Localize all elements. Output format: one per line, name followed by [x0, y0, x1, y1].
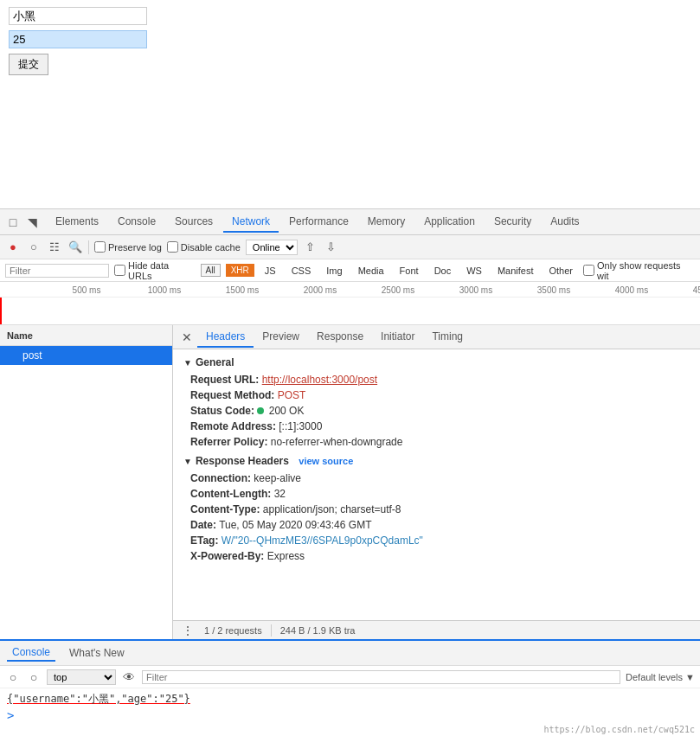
tl-1: 500 ms [48, 285, 125, 295]
referrer-policy-label: Referrer Policy: [190, 436, 267, 448]
devtools-tab-bar: □ ◥ Elements Console Sources Network Per… [0, 209, 700, 235]
request-url-value[interactable]: http://localhost:3000/post [262, 374, 377, 386]
import-icon[interactable]: ⇧ [303, 240, 318, 255]
preserve-log-label[interactable]: Preserve log [94, 241, 162, 253]
console-tab[interactable]: Console [7, 644, 55, 662]
only-show-checkbox[interactable] [583, 265, 594, 276]
console-line: {"username":"小黑","age":"25"} [7, 692, 693, 707]
filter-img-btn[interactable]: Img [321, 264, 347, 278]
content-length-row: Content-Length: 32 [183, 488, 690, 500]
tab-sources[interactable]: Sources [166, 212, 222, 233]
general-section-title: General [183, 356, 690, 368]
console-output: {"username":"小黑","age":"25"} > https://b… [0, 688, 700, 736]
request-method-value: POST [278, 389, 306, 401]
tab-elements[interactable]: Elements [47, 212, 107, 233]
timeline-bar [0, 298, 700, 324]
date-label: Date: [190, 519, 216, 531]
filter-doc-btn[interactable]: Doc [429, 264, 457, 278]
inspect-icon[interactable]: □ [5, 214, 21, 230]
headers-content: General Request URL: http://localhost:30… [173, 349, 700, 620]
etag-value: W/"20--QHmzME3//6SPAL9p0xpCQdamLc" [222, 534, 423, 547]
tab-memory[interactable]: Memory [359, 212, 414, 233]
filter-xhr-btn[interactable]: XHR [226, 264, 254, 277]
filter-row: Hide data URLs All XHR JS CSS Img Media … [0, 259, 700, 282]
date-row: Date: Tue, 05 May 2020 09:43:46 GMT [183, 519, 690, 531]
etag-row: ETag: W/"20--QHmzME3//6SPAL9p0xpCQdamLc" [183, 534, 690, 547]
filter-font-btn[interactable]: Font [395, 264, 424, 278]
hide-data-urls-checkbox[interactable] [114, 265, 125, 276]
filter-manifest-btn[interactable]: Manifest [492, 264, 539, 278]
console-clear-icon[interactable]: ○ [26, 669, 42, 685]
tab-application[interactable]: Application [415, 212, 484, 233]
only-show-label[interactable]: Only show requests wit [583, 260, 695, 281]
subtab-headers[interactable]: Headers [197, 327, 254, 348]
whats-new-tab[interactable]: What's New [64, 645, 130, 661]
devtools-main: Name post ✕ Headers Preview Response Ini… [0, 325, 700, 639]
referrer-policy-row: Referrer Policy: no-referrer-when-downgr… [183, 436, 690, 448]
filter-css-btn[interactable]: CSS [286, 264, 317, 278]
search-icon[interactable]: 🔍 [67, 240, 83, 255]
devtools-left-icons: □ ◥ [5, 214, 40, 230]
tab-console[interactable]: Console [109, 212, 164, 233]
date-value: Tue, 05 May 2020 09:43:46 GMT [219, 519, 371, 531]
content-type-value: application/json; charset=utf-8 [263, 503, 401, 515]
timeline-labels: 500 ms 1000 ms 1500 ms 2000 ms 2500 ms 3… [0, 282, 700, 298]
filter-other-btn[interactable]: Other [544, 264, 579, 278]
filter-all-btn[interactable]: All [201, 264, 221, 277]
filter-ws-btn[interactable]: WS [461, 264, 487, 278]
close-icon[interactable]: ✕ [177, 330, 197, 344]
tab-performance[interactable]: Performance [280, 212, 357, 233]
tl-4: 2000 ms [281, 285, 359, 295]
console-levels[interactable]: Default levels ▼ [626, 672, 695, 682]
console-eye-icon[interactable]: 👁 [121, 669, 137, 685]
filter-js-btn[interactable]: JS [260, 264, 281, 278]
console-filter-input[interactable] [142, 670, 620, 684]
tl-3: 1500 ms [203, 285, 281, 295]
disable-cache-checkbox[interactable] [167, 241, 178, 253]
status-sep [271, 624, 272, 637]
request-method-label: Request Method: [190, 389, 274, 401]
watermark: https://blog.csdn.net/cwq521c [543, 725, 695, 734]
content-length-value: 32 [274, 488, 286, 500]
age-input[interactable] [9, 30, 147, 48]
console-stop-icon[interactable]: ○ [5, 669, 21, 685]
tab-network[interactable]: Network [223, 212, 279, 233]
kebab-icon[interactable]: ⋮ [180, 623, 196, 638]
filter-media-btn[interactable]: Media [353, 264, 389, 278]
subtab-preview[interactable]: Preview [254, 327, 308, 348]
request-url-label: Request URL: [190, 374, 259, 386]
x-powered-by-row: X-Powered-By: Express [183, 550, 690, 562]
throttle-select[interactable]: Online [246, 240, 298, 255]
filter-input[interactable] [5, 264, 109, 278]
submit-button[interactable]: 提交 [9, 54, 48, 75]
content-type-row: Content-Type: application/json; charset=… [183, 503, 690, 515]
timeline-area: 500 ms 1000 ms 1500 ms 2000 ms 2500 ms 3… [0, 282, 700, 325]
content-type-label: Content-Type: [190, 503, 260, 515]
preserve-log-checkbox[interactable] [94, 241, 106, 253]
console-prompt-line: > [7, 707, 693, 722]
request-item-post[interactable]: post [0, 346, 172, 365]
filter-icon[interactable]: ☷ [47, 240, 62, 255]
subtab-initiator[interactable]: Initiator [372, 327, 423, 348]
disable-cache-label[interactable]: Disable cache [167, 241, 241, 253]
stop-button[interactable]: ○ [26, 240, 42, 255]
hide-data-urls-label[interactable]: Hide data URLs [114, 260, 196, 281]
device-icon[interactable]: ◥ [24, 214, 40, 230]
console-area: ○ ○ top 👁 Default levels ▼ {"username":"… [0, 665, 700, 736]
request-url-row: Request URL: http://localhost:3000/post [183, 374, 690, 386]
tab-audits[interactable]: Audits [542, 212, 588, 233]
subtab-response[interactable]: Response [308, 327, 372, 348]
console-context-select[interactable]: top [47, 669, 116, 685]
etag-label: ETag: [190, 534, 218, 547]
remote-address-label: Remote Address: [190, 420, 276, 432]
tab-security[interactable]: Security [485, 212, 540, 233]
tl-5: 2500 ms [359, 285, 437, 295]
view-source-link[interactable]: view source [299, 456, 353, 466]
requests-count: 1 / 2 requests [204, 625, 262, 636]
subtab-timing[interactable]: Timing [423, 327, 472, 348]
record-button[interactable]: ● [5, 240, 21, 255]
export-icon[interactable]: ⇩ [324, 240, 339, 255]
content-length-label: Content-Length: [190, 488, 271, 500]
username-input[interactable] [9, 7, 147, 25]
status-code-value: 200 OK [269, 405, 305, 417]
